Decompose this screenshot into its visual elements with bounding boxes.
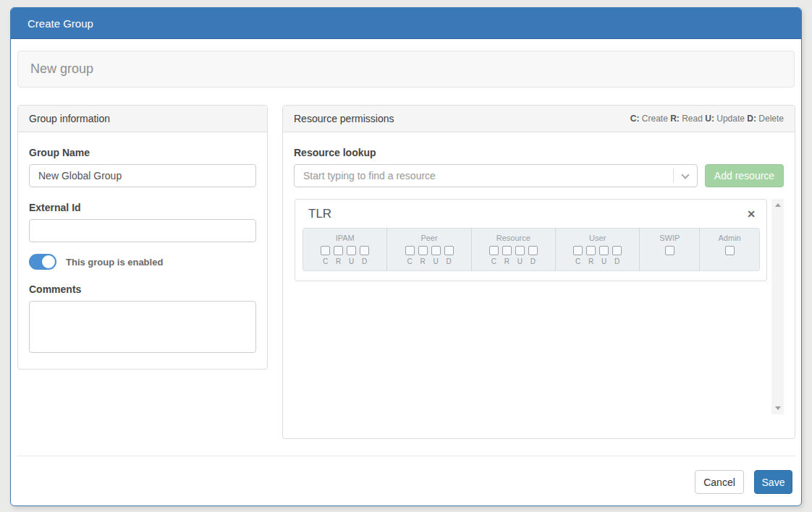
letter-d: D — [360, 257, 369, 265]
perm-col-swip: SWIP — [640, 229, 700, 270]
close-icon[interactable]: ✕ — [747, 209, 756, 219]
resource-lookup-label: Resource lookup — [294, 147, 784, 158]
legend-c-label: Create — [642, 114, 668, 124]
modal-title: Create Group — [28, 17, 93, 30]
letter-u: U — [431, 257, 441, 265]
checkbox-peer-create[interactable] — [405, 246, 415, 255]
toggle-knob — [42, 255, 55, 268]
letter-u: U — [347, 257, 356, 265]
crud-letters: C R U D — [321, 257, 369, 265]
checkbox-ipam-delete[interactable] — [360, 246, 369, 255]
perm-col-user: User C R U D — [556, 229, 640, 270]
permission-bar: IPAM C R U D — [303, 228, 760, 271]
checkbox-admin[interactable] — [725, 246, 735, 255]
checkbox-peer-read[interactable] — [418, 246, 428, 255]
checkbox-swip[interactable] — [665, 246, 674, 255]
perm-col-admin-label: Admin — [719, 234, 741, 242]
letter-d: D — [612, 257, 622, 265]
checkbox-user-delete[interactable] — [612, 246, 622, 255]
group-name-label: Group Name — [29, 147, 256, 158]
checkbox-peer-update[interactable] — [431, 246, 441, 255]
save-button[interactable]: Save — [754, 470, 792, 494]
external-id-input[interactable] — [29, 219, 256, 242]
resource-card-tlr: TLR ✕ IPAM — [295, 199, 767, 281]
modal-header: Create Group — [11, 8, 801, 39]
resource-lookup-input[interactable] — [294, 164, 698, 187]
letter-c: C — [489, 257, 499, 265]
checkbox-resource-create[interactable] — [489, 246, 499, 255]
footer-divider — [17, 456, 795, 456]
perm-col-ipam-label: IPAM — [336, 234, 355, 242]
legend-u-key: U: — [705, 114, 714, 124]
perm-col-user-label: User — [589, 234, 606, 242]
legend-d-label: Delete — [758, 114, 784, 124]
letter-r: R — [502, 257, 512, 265]
crud-legend: C: Create R: Read U: Update D: Delete — [630, 114, 784, 124]
cancel-button[interactable]: Cancel — [695, 470, 744, 494]
comments-label: Comments — [29, 283, 256, 295]
checkbox-ipam-read[interactable] — [334, 246, 343, 255]
resource-permissions-panel-header: Resource permissions C: Create R: Read U… — [283, 106, 795, 132]
group-name-input[interactable] — [29, 164, 256, 187]
letter-d: D — [528, 257, 538, 265]
checkbox-ipam-create[interactable] — [321, 246, 330, 255]
letter-u: U — [515, 257, 525, 265]
checkbox-resource-update[interactable] — [515, 246, 525, 255]
create-group-modal: Create Group Group information Group Nam… — [10, 7, 802, 506]
group-information-panel-header: Group information — [18, 106, 267, 132]
perm-col-swip-label: SWIP — [659, 234, 680, 242]
checkbox-user-create[interactable] — [573, 246, 583, 255]
checkbox-user-read[interactable] — [586, 246, 596, 255]
group-information-panel: Group information Group Name External Id… — [17, 105, 268, 370]
letter-d: D — [444, 257, 454, 265]
perm-col-peer: Peer C R U D — [387, 229, 471, 270]
legend-r-label: Read — [682, 114, 703, 124]
perm-col-admin: Admin — [700, 229, 759, 270]
comments-textarea[interactable] — [29, 301, 256, 353]
legend-c-key: C: — [630, 114, 640, 124]
scroll-up-icon[interactable] — [771, 199, 784, 211]
legend-r-key: R: — [670, 114, 680, 124]
letter-u: U — [599, 257, 609, 265]
checkbox-resource-read[interactable] — [502, 246, 512, 255]
group-information-title: Group information — [29, 113, 110, 124]
perm-col-resource: Resource C R U D — [472, 229, 556, 270]
perm-col-ipam: IPAM C R U D — [303, 229, 387, 270]
letter-r: R — [418, 257, 428, 265]
crud-letters: C R U D — [573, 257, 622, 265]
letter-r: R — [586, 257, 596, 265]
letter-c: C — [573, 257, 583, 265]
crud-letters: C R U D — [489, 257, 538, 265]
add-resource-button[interactable]: Add resource — [705, 164, 784, 187]
footer-buttons: Cancel Save — [695, 470, 792, 494]
letter-r: R — [334, 257, 343, 265]
resource-permissions-title: Resource permissions — [294, 113, 394, 124]
letter-c: C — [405, 257, 415, 265]
group-enabled-toggle[interactable] — [29, 254, 56, 270]
resource-list-scrollbar[interactable] — [771, 199, 784, 414]
crud-letters: C R U D — [405, 257, 454, 265]
resource-list: TLR ✕ IPAM — [294, 197, 784, 416]
perm-col-peer-label: Peer — [420, 234, 437, 242]
checkbox-user-update[interactable] — [599, 246, 609, 255]
checkbox-resource-delete[interactable] — [528, 246, 538, 255]
scroll-down-icon[interactable] — [771, 402, 784, 414]
checkbox-ipam-update[interactable] — [347, 246, 356, 255]
legend-d-key: D: — [747, 114, 756, 124]
group-enabled-label: This group is enabled — [66, 257, 163, 268]
external-id-label: External Id — [29, 202, 256, 213]
checkbox-peer-delete[interactable] — [444, 246, 454, 255]
letter-c: C — [321, 257, 330, 265]
perm-col-resource-label: Resource — [496, 234, 530, 242]
resource-name: TLR — [308, 207, 331, 221]
group-title-input[interactable] — [17, 51, 795, 88]
resource-permissions-panel: Resource permissions C: Create R: Read U… — [282, 105, 795, 439]
select-separator — [673, 168, 674, 183]
legend-u-label: Update — [716, 114, 745, 124]
